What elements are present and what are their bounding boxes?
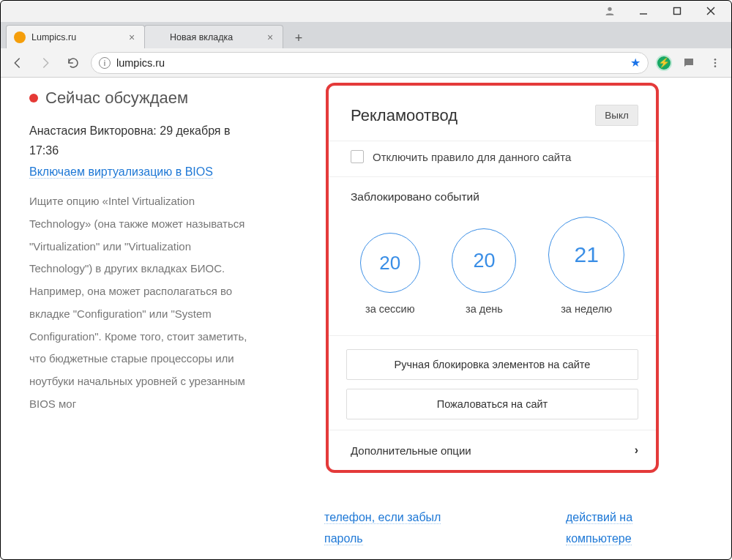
url-text: lumpics.ru [116, 57, 165, 69]
disable-rule-checkbox[interactable] [351, 150, 364, 163]
window-close-button[interactable] [694, 0, 728, 22]
stat-value: 21 [548, 217, 624, 293]
address-bar: i lumpics.ru ★ ⚡ [0, 48, 732, 78]
tab-inactive[interactable]: Новая вкладка × [144, 25, 283, 48]
svg-point-5 [714, 59, 717, 61]
blocked-events-title: Заблокировано событий [351, 190, 634, 204]
tab-title: Lumpics.ru [31, 32, 127, 42]
bookmark-star-icon[interactable]: ★ [630, 56, 640, 70]
site-info-icon[interactable]: i [99, 57, 111, 69]
bg-link[interactable]: пароль [324, 532, 363, 545]
article-link[interactable]: Включаем виртуализацию в BIOS [29, 165, 213, 179]
svg-point-0 [608, 7, 611, 11]
manual-block-button[interactable]: Ручная блокировка элементов на сайте [346, 349, 638, 380]
comment-author-line: Анастасия Викторовна: 29 декабря в 17:36 [29, 121, 249, 160]
chat-extension-icon[interactable] [679, 53, 698, 72]
svg-rect-2 [674, 8, 681, 15]
more-options-label: Дополнительные опции [351, 444, 471, 457]
nav-back-button[interactable] [7, 53, 28, 73]
url-field[interactable]: i lumpics.ru ★ [91, 52, 649, 74]
stat-label: за день [466, 303, 503, 315]
bg-link[interactable]: телефон, если забыл [324, 511, 441, 524]
new-tab-button[interactable]: + [288, 28, 309, 48]
user-account-icon[interactable] [593, 0, 627, 22]
bg-link[interactable]: компьютере [566, 532, 632, 545]
discussion-sidebar: Сейчас обсуждаем Анастасия Викторовна: 2… [29, 89, 249, 416]
stat-value: 20 [452, 228, 516, 293]
browser-menu-button[interactable] [706, 53, 725, 72]
popup-title: Рекламоотвод [351, 106, 458, 125]
chevron-right-icon: › [635, 444, 638, 457]
favicon-icon [14, 31, 26, 43]
favicon-blank-icon [152, 31, 164, 43]
tab-close-button[interactable]: × [127, 32, 137, 42]
stat-session: 20 за сессию [360, 233, 420, 315]
tab-title: Новая вкладка [170, 32, 265, 42]
stat-label: за неделю [561, 303, 612, 315]
more-options-row[interactable]: Дополнительные опции › [329, 430, 656, 467]
stats-row: 20 за сессию 20 за день 21 за неделю [351, 214, 634, 321]
svg-point-7 [714, 65, 717, 67]
window-titlebar [0, 0, 732, 22]
tab-strip: Lumpics.ru × Новая вкладка × + [0, 22, 732, 48]
adblock-extension-icon[interactable]: ⚡ [656, 55, 672, 71]
comment-body: Ищите опцию «Intel Virtualization Techno… [29, 190, 249, 416]
svg-point-6 [714, 61, 717, 64]
window-maximize-button[interactable] [660, 0, 694, 22]
nav-forward-button[interactable] [35, 53, 56, 73]
live-dot-icon [29, 94, 38, 102]
stat-week: 21 за неделю [548, 217, 624, 315]
stat-day: 20 за день [452, 228, 516, 315]
tab-close-button[interactable]: × [265, 32, 275, 42]
tab-active[interactable]: Lumpics.ru × [6, 25, 145, 48]
disable-rule-label: Отключить правило для данного сайта [373, 151, 571, 163]
sidebar-heading: Сейчас обсуждаем [45, 89, 188, 108]
nav-reload-button[interactable] [63, 53, 83, 73]
bg-link[interactable]: действий на [566, 511, 632, 524]
stat-label: за сессию [365, 303, 415, 315]
toggle-off-button[interactable]: Выкл [595, 105, 638, 126]
window-minimize-button[interactable] [627, 0, 660, 22]
adblock-popup: Рекламоотвод Выкл Отключить правило для … [326, 83, 659, 473]
stat-value: 20 [360, 233, 420, 293]
report-site-button[interactable]: Пожаловаться на сайт [346, 389, 638, 419]
